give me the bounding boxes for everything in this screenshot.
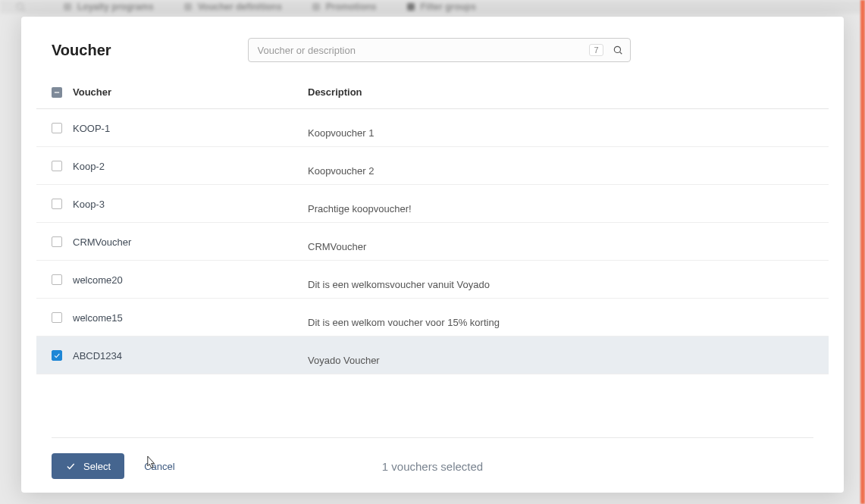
table-row[interactable]: welcome15Dit is een welkom voucher voor … [36,299,829,337]
row-checkbox[interactable] [52,123,62,133]
tab-loyalty[interactable]: Loyalty programs [49,2,169,12]
table-row[interactable]: CRMVoucherCRMVoucher [36,223,829,261]
tab-label: Loyalty programs [77,2,154,12]
modal-footer: Select Cancel 1 vouchers selected [52,437,813,493]
row-voucher-label: KOOP-1 [73,122,308,134]
row-voucher-label: Koop-3 [73,198,308,210]
row-checkbox[interactable] [52,161,62,171]
row-description-label: Koopvoucher 2 [308,155,829,177]
row-checkbox[interactable] [52,312,62,323]
svg-point-2 [614,46,620,52]
svg-rect-4 [55,92,59,92]
row-description-label: Dit is een welkomsvoucher vanuit Voyado [308,268,829,290]
row-description-label: Koopvoucher 1 [308,117,829,139]
row-voucher-label: Koop-2 [73,160,308,172]
row-description-label: Voyado Voucher [308,344,829,366]
row-description-label: Prachtige koopvoucher! [308,193,829,214]
modal-title: Voucher [52,42,111,59]
table-row[interactable]: Koop-2Koopvoucher 2 [36,147,829,185]
search-count: 7 [589,44,603,56]
row-voucher-label: welcome15 [73,311,308,324]
tab-promotions[interactable]: Promotions [297,2,392,12]
row-checkbox[interactable] [52,199,62,209]
row-checkbox[interactable] [52,274,62,285]
row-voucher-label: CRMVoucher [73,236,308,248]
table-head: Voucher Description [36,76,829,109]
select-button[interactable]: Select [52,453,124,479]
row-voucher-label: ABCD1234 [73,349,308,362]
select-button-label: Select [83,461,111,472]
search-icon[interactable] [613,45,623,55]
row-description-label: Dit is een welkom voucher voor 15% korti… [308,306,829,328]
table-row[interactable]: welcome20Dit is een welkomsvoucher vanui… [36,261,829,299]
tab-label: Promotions [326,2,377,12]
background-tabs: Loyalty programs Voucher definitions Pro… [0,0,865,14]
tab-filter-groups[interactable]: Filter groups [392,2,491,12]
col-header-description[interactable]: Description [308,86,829,98]
row-checkbox[interactable] [52,236,62,247]
tab-label: Voucher definitions [198,2,282,12]
row-description-label: CRMVoucher [308,230,829,252]
svg-line-1 [22,8,24,11]
table-row[interactable]: Koop-3Prachtige koopvoucher! [36,185,829,223]
search-icon [15,2,26,12]
selection-status: 1 vouchers selected [382,460,483,473]
select-all-checkbox[interactable] [52,87,62,98]
modal-header: Voucher 7 [21,17,844,76]
sidebar-indicator [860,0,865,504]
tab-label: Filter groups [421,2,476,12]
svg-line-3 [619,52,622,55]
tab-voucher-definitions[interactable]: Voucher definitions [169,2,297,12]
voucher-table: Voucher Description KOOP-1Koopvoucher 1K… [21,76,844,437]
row-checkbox[interactable] [52,350,62,361]
table-row[interactable]: ABCD1234Voyado Voucher [36,337,829,374]
table-row[interactable]: KOOP-1Koopvoucher 1 [36,109,829,147]
search-wrap: 7 [248,38,631,62]
voucher-modal: Voucher 7 Voucher Description KOOP-1Koop… [21,17,844,493]
svg-point-0 [17,3,23,9]
row-voucher-label: welcome20 [73,274,308,286]
col-header-voucher[interactable]: Voucher [73,86,308,98]
check-icon [65,461,76,471]
cancel-button[interactable]: Cancel [144,461,174,472]
search-input[interactable] [248,38,631,62]
